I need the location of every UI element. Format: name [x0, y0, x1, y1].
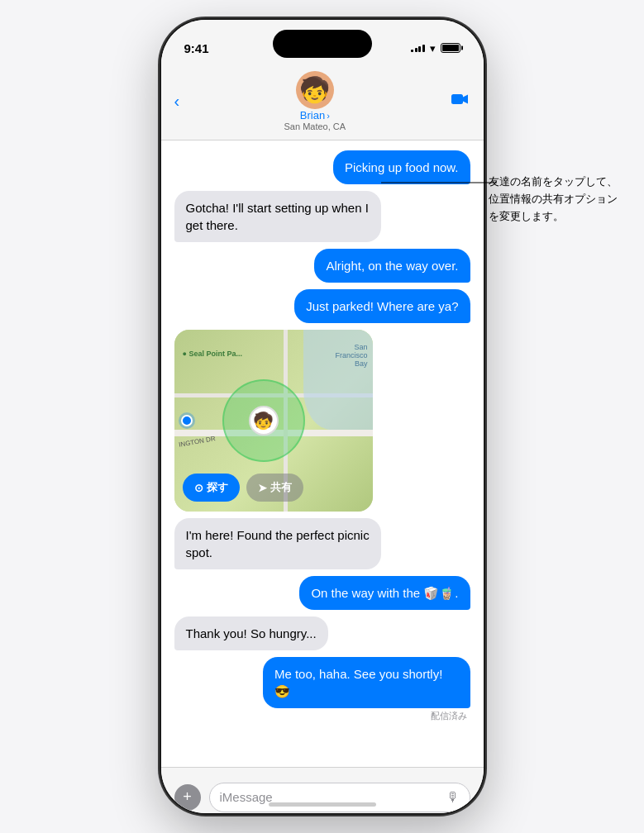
- find-label: 探す: [207, 480, 228, 495]
- share-icon: ➤: [258, 482, 267, 494]
- contact-location-dot: 🧒: [249, 406, 279, 436]
- nav-bar: ‹ 🧒 Brian › San Mateo, CA: [161, 64, 484, 140]
- phone: 9:41 ▾ ‹ 🧒 Brian › Sa: [161, 20, 484, 813]
- status-icons: ▾: [411, 42, 460, 55]
- svg-rect-0: [451, 94, 463, 104]
- annotation: 友達の名前をタップして、位置情報の共有オプションを変更します。: [489, 174, 621, 225]
- message-bubble[interactable]: Gotcha! I'll start setting up when I get…: [174, 191, 382, 242]
- back-arrow-icon: ‹: [174, 92, 180, 111]
- dynamic-island: [273, 30, 372, 58]
- message-bubble[interactable]: I'm here! Found the perfect picnic spot.: [174, 518, 382, 569]
- plus-icon: +: [183, 788, 192, 806]
- avatar-emoji: 🧒: [299, 78, 330, 102]
- wifi-icon: ▾: [430, 42, 436, 55]
- annotation-text: 友達の名前をタップして、位置情報の共有オプションを変更します。: [489, 174, 621, 225]
- battery-icon: [441, 43, 460, 53]
- bay-label-line1: San: [354, 343, 367, 351]
- input-placeholder: iMessage: [220, 790, 273, 804]
- message-row: 🧒 ● Seal Point Pa... San Francisco Bay I…: [174, 330, 470, 512]
- last-message-group: Me too, haha. See you shortly! 😎 配信済み: [174, 657, 470, 722]
- share-label: 共有: [270, 480, 292, 495]
- message-input[interactable]: iMessage 🎙: [209, 783, 470, 812]
- map-bubble[interactable]: 🧒 ● Seal Point Pa... San Francisco Bay I…: [174, 330, 373, 512]
- contact-name-label: Brian: [300, 109, 325, 121]
- park-label: ● Seal Point Pa...: [183, 350, 242, 358]
- contact-name[interactable]: Brian ›: [300, 109, 330, 121]
- message-bubble[interactable]: Just parked! Where are ya?: [294, 289, 470, 323]
- message-row: Gotcha! I'll start setting up when I get…: [174, 191, 470, 242]
- signal-icon: [411, 45, 425, 52]
- video-call-button[interactable]: [450, 89, 470, 114]
- message-row: Alright, on the way over.: [174, 249, 470, 283]
- contact-info[interactable]: 🧒 Brian › San Mateo, CA: [284, 71, 346, 131]
- map-background: 🧒 ● Seal Point Pa... San Francisco Bay I…: [174, 330, 373, 512]
- message-bubble[interactable]: Alright, on the way over.: [314, 249, 470, 283]
- message-bubble[interactable]: Me too, haha. See you shortly! 😎: [263, 657, 470, 708]
- chevron-icon: ›: [327, 111, 330, 121]
- my-location-dot: [181, 415, 193, 426]
- message-bubble[interactable]: Picking up food now.: [333, 150, 470, 184]
- bay-label-line2: Francisco: [335, 351, 367, 359]
- messages-area: Picking up food now. Gotcha! I'll start …: [161, 140, 484, 767]
- home-indicator: [269, 802, 376, 807]
- contact-location: San Mateo, CA: [284, 121, 346, 131]
- message-row: Picking up food now.: [174, 150, 470, 184]
- message-row: I'm here! Found the perfect picnic spot.: [174, 518, 470, 569]
- message-bubble[interactable]: On the way with the 🥡🧋.: [299, 576, 470, 610]
- bay-label: San Francisco Bay: [335, 343, 367, 368]
- delivered-status: 配信済み: [174, 710, 470, 722]
- message-row: Me too, haha. See you shortly! 😎: [174, 657, 470, 708]
- message-row: Just parked! Where are ya?: [174, 289, 470, 323]
- drive-label: INGTON DR: [178, 435, 216, 449]
- status-time: 9:41: [184, 41, 209, 55]
- back-button[interactable]: ‹: [174, 92, 180, 111]
- message-bubble[interactable]: Thank you! So hungry...: [174, 616, 328, 650]
- share-button[interactable]: ➤ 共有: [246, 474, 303, 502]
- find-icon: ⊙: [194, 482, 203, 494]
- find-button[interactable]: ⊙ 探す: [183, 474, 240, 502]
- avatar: 🧒: [296, 71, 334, 109]
- map-actions: ⊙ 探す ➤ 共有: [183, 474, 303, 502]
- message-row: Thank you! So hungry...: [174, 616, 470, 650]
- mic-icon[interactable]: 🎙: [446, 790, 460, 805]
- bay-label-line3: Bay: [355, 359, 368, 368]
- message-row: On the way with the 🥡🧋.: [174, 576, 470, 610]
- add-button[interactable]: +: [174, 784, 201, 811]
